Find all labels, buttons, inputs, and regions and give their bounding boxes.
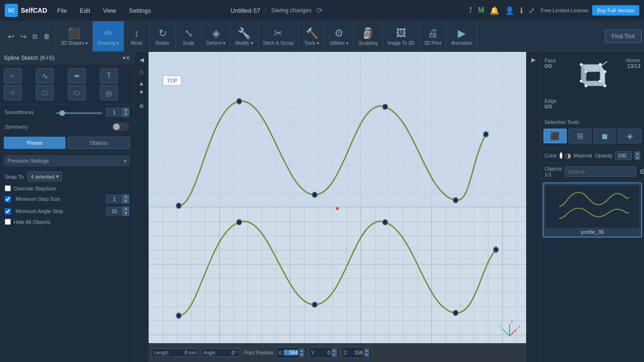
find-tool-button[interactable]: Find Tool <box>605 30 642 43</box>
control-point[interactable] <box>494 247 499 253</box>
share-icon[interactable]: ⤴ <box>469 6 472 15</box>
min-angle-down[interactable]: ▼ <box>123 211 129 216</box>
bell-icon[interactable]: 🔔 <box>490 6 499 15</box>
angle-input[interactable] <box>218 350 234 355</box>
toolbar-3d-print[interactable]: 🖨 3D Print <box>420 21 446 51</box>
control-point[interactable] <box>176 203 182 209</box>
draw-ellipse-tool[interactable]: ⬭ <box>68 85 86 100</box>
toolbar-tools[interactable]: 🔨 Tools ▾ <box>299 21 325 51</box>
toolbar-modify[interactable]: 🔧 Modify ▾ <box>231 21 258 51</box>
list-item[interactable]: ✓ profile_36 <box>543 182 642 238</box>
toolbar-stitch-scoop[interactable]: ✂ Stitch & Scoop <box>258 21 299 51</box>
draw-square-tool[interactable]: □ <box>36 85 54 100</box>
control-point[interactable] <box>453 310 458 316</box>
rotate-view-icon[interactable]: ⊕ <box>139 103 144 109</box>
toolbar-rotate[interactable]: ↻ Rotate <box>150 21 176 51</box>
z-input[interactable] <box>349 350 363 355</box>
collapse-right-icon[interactable]: ▶ <box>531 57 536 63</box>
toolbar-utilities[interactable]: ⚙ Utilities ▾ <box>325 21 354 51</box>
control-point[interactable] <box>237 220 242 225</box>
undo-button[interactable]: ↩ <box>6 30 16 43</box>
y-up-btn[interactable]: ▲ <box>331 348 337 353</box>
search-input[interactable] <box>565 166 636 177</box>
draw-line-tool[interactable]: ⌐ <box>4 68 22 83</box>
toolbar-deform[interactable]: ◈ Deform ▾ <box>202 21 231 51</box>
duplicate-button[interactable]: ⧉ <box>31 31 39 42</box>
smoothness-slider[interactable] <box>56 112 103 114</box>
material-icon[interactable]: ◑ <box>565 152 571 159</box>
smoothness-value[interactable] <box>106 108 123 116</box>
menu-view[interactable]: View <box>100 5 119 16</box>
toolbar-move[interactable]: ↕ Move <box>124 21 150 51</box>
sel-tool-object[interactable]: ⬛ <box>544 129 567 143</box>
draw-pen-tool[interactable]: ✒ <box>68 68 86 83</box>
hide-objects-checkbox[interactable] <box>5 219 11 225</box>
sel-tool-vertex[interactable]: ◈ <box>618 129 641 143</box>
control-point[interactable] <box>176 313 182 319</box>
control-point[interactable] <box>312 302 317 308</box>
min-step-down[interactable]: ▼ <box>123 199 129 204</box>
y-down-btn[interactable]: ▼ <box>331 353 337 357</box>
draw-radial-tool[interactable]: ◎ <box>100 85 118 100</box>
collapse-left-icon[interactable]: ◀ <box>140 57 144 63</box>
control-point[interactable] <box>383 104 388 110</box>
smoothness-up[interactable]: ▲ <box>123 107 129 112</box>
info-icon[interactable]: ℹ <box>520 6 523 15</box>
z-up-btn[interactable]: ▲ <box>364 348 370 353</box>
control-point[interactable] <box>383 220 388 225</box>
opacity-up-btn[interactable]: ▲ <box>635 151 640 156</box>
menu-file[interactable]: File <box>54 5 70 16</box>
min-step-checkbox[interactable] <box>5 196 11 202</box>
min-angle-checkbox[interactable] <box>5 208 11 214</box>
symmetry-toggle[interactable] <box>112 123 129 131</box>
draw-curve-tool[interactable]: ∿ <box>36 68 54 83</box>
sel-tool-face[interactable]: ◼ <box>594 129 617 143</box>
opacity-down-btn[interactable]: ▼ <box>635 156 640 160</box>
toolbar-image-to-3d[interactable]: 🖼 Image To 3D <box>383 21 420 51</box>
min-step-value[interactable] <box>106 195 123 203</box>
control-point[interactable] <box>483 132 488 137</box>
precision-header[interactable]: Precision Settings ▾ <box>4 155 130 166</box>
draw-text-tool[interactable]: T <box>100 68 118 83</box>
home-icon[interactable]: ⌂ <box>140 68 143 75</box>
opacity-input[interactable] <box>615 151 632 160</box>
min-step-up[interactable]: ▲ <box>123 194 129 199</box>
x-input[interactable] <box>284 350 298 355</box>
menu-settings[interactable]: Settings <box>126 5 154 16</box>
control-point[interactable] <box>237 99 242 104</box>
profile-icon-m[interactable]: M <box>478 6 484 15</box>
control-point[interactable] <box>312 192 317 197</box>
smoothness-down[interactable]: ▼ <box>123 112 129 117</box>
control-point[interactable] <box>453 197 458 203</box>
search-gear-button[interactable]: ⚙ <box>639 168 644 175</box>
user-icon[interactable]: 👤 <box>505 6 514 15</box>
toolbar-3d-shapes[interactable]: ⬛ 3D Shapes ▾ <box>56 21 93 51</box>
toolbar-animation[interactable]: ▶ Animation <box>446 21 477 51</box>
buy-button[interactable]: Buy Full Version <box>592 5 639 16</box>
x-up-btn[interactable]: ▲ <box>299 348 305 353</box>
toolbar-scale[interactable]: ⤡ Scale <box>176 21 202 51</box>
redo-button[interactable]: ↪ <box>18 30 28 43</box>
snap-to-select[interactable]: 4 selected ▾ <box>27 172 62 181</box>
nav-down-icon[interactable]: ▼ <box>139 89 144 96</box>
override-stepsize-checkbox[interactable] <box>5 185 11 191</box>
draw-circle-tool[interactable]: ○ <box>4 85 22 100</box>
panel-close-button[interactable]: ✕ <box>125 55 130 61</box>
z-down-btn[interactable]: ▼ <box>364 353 370 357</box>
length-input[interactable] <box>171 350 187 355</box>
toolbar-sculpting[interactable]: 🗿 Sculpting <box>354 21 383 51</box>
nav-up-icon[interactable]: ▲ <box>139 80 144 87</box>
sel-tool-multi[interactable]: ⊞ <box>569 129 592 143</box>
planes-button[interactable]: Planes <box>4 137 66 149</box>
expand-icon[interactable]: ⤢ <box>528 6 535 15</box>
objects-button[interactable]: Objects <box>67 137 130 149</box>
min-angle-up[interactable]: ▲ <box>123 206 129 211</box>
toolbar-drawing[interactable]: ✏ Drawing ▾ <box>93 21 124 51</box>
canvas-area[interactable]: ◀ ⌂ ▲ ▼ ⊕ ▶ TOP <box>134 52 540 362</box>
y-input[interactable] <box>316 350 330 355</box>
color-picker[interactable] <box>560 152 562 159</box>
delete-button[interactable]: 🗑 <box>41 31 52 42</box>
min-angle-value[interactable] <box>106 207 123 215</box>
x-down-btn[interactable]: ▼ <box>299 353 305 357</box>
menu-edit[interactable]: Edit <box>77 5 93 16</box>
